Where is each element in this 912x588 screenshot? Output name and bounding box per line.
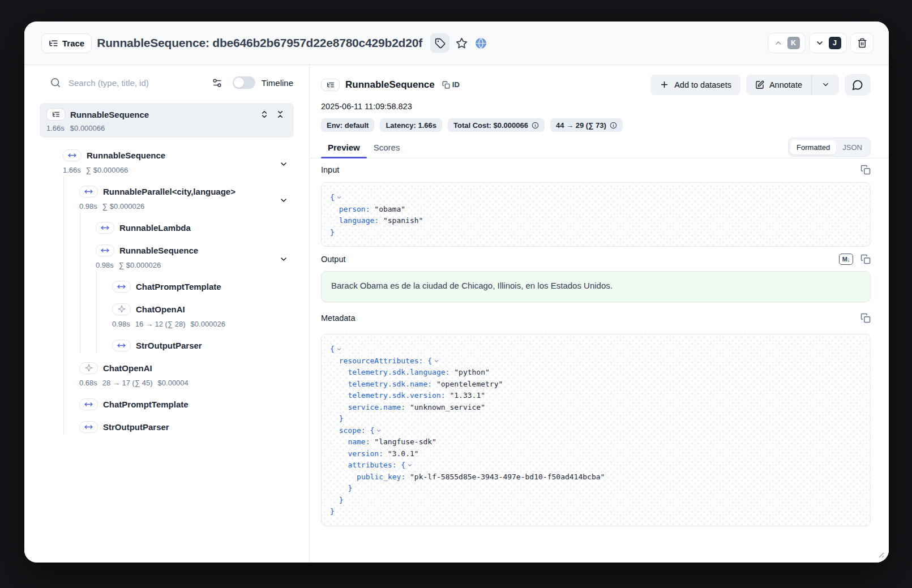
collapse-node-icon[interactable] bbox=[279, 196, 288, 205]
tree-item-runnablesequence[interactable]: RunnableSequence1.66s∑ $0.000066 bbox=[24, 140, 309, 177]
root-item-metrics: 1.66s$0.000066 bbox=[46, 124, 287, 132]
span-icon-badge bbox=[96, 244, 114, 256]
tag-button[interactable] bbox=[430, 33, 449, 53]
generation-icon-badge bbox=[112, 303, 131, 315]
span-icon-badge bbox=[79, 421, 98, 433]
tree-item-runnablelambda[interactable]: RunnableLambda bbox=[24, 213, 309, 235]
tree-item-label: StrOutputParser bbox=[103, 422, 169, 432]
output-section-header: Output M↓ bbox=[321, 254, 871, 265]
span-icon-badge bbox=[79, 186, 98, 198]
toggle-knob bbox=[234, 78, 244, 88]
tree-item-metrics: 0.68s28 → 17 (∑ 45)$0.00004 bbox=[79, 376, 309, 389]
tree-root-item[interactable]: RunnableSequence 1.66s$0.000066 bbox=[40, 103, 294, 138]
add-to-datasets-button[interactable]: Add to datasets bbox=[650, 75, 740, 95]
format-toggle: FormattedJSON bbox=[788, 138, 871, 157]
badges-row: Env: defaultLatency: 1.66sTotal Cost: $0… bbox=[321, 118, 871, 132]
timeline-toggle[interactable] bbox=[233, 76, 255, 89]
id-label: ID bbox=[452, 80, 460, 89]
tabbar: PreviewScores FormattedJSON bbox=[310, 135, 889, 158]
json-line: } bbox=[330, 483, 862, 495]
tree-item-chatprompttemplate[interactable]: ChatPromptTemplate bbox=[24, 272, 309, 294]
detail-panel: RunnableSequence ID Add to datasets Anno… bbox=[310, 65, 889, 563]
trash-icon bbox=[857, 38, 867, 48]
tree-item-metrics: 1.66s∑ $0.000066 bbox=[63, 163, 309, 177]
tab-preview[interactable]: Preview bbox=[321, 135, 367, 158]
collapse-node-icon[interactable] bbox=[279, 255, 288, 264]
tree-item-chatprompttemplate[interactable]: ChatPromptTemplate bbox=[24, 389, 309, 412]
next-trace-button[interactable]: J bbox=[809, 33, 847, 53]
output-content: Barack Obama es de la ciudad de Chicago,… bbox=[321, 271, 871, 302]
collapse-all-icon[interactable] bbox=[276, 110, 285, 119]
timeline-label: Timeline bbox=[262, 78, 293, 88]
json-line: name: "langfuse-sdk" bbox=[330, 436, 862, 448]
tag-icon bbox=[435, 38, 446, 49]
input-section-header: Input bbox=[321, 164, 871, 175]
detail-title: RunnableSequence bbox=[345, 79, 435, 91]
prev-trace-button[interactable]: K bbox=[768, 33, 806, 53]
span-icon-badge bbox=[79, 398, 98, 410]
markdown-toggle-button[interactable]: M↓ bbox=[839, 254, 853, 265]
span-icon-badge bbox=[96, 222, 114, 234]
format-option-json[interactable]: JSON bbox=[836, 140, 868, 154]
copy-output-button[interactable] bbox=[860, 254, 871, 264]
chevron-up-icon bbox=[774, 38, 783, 48]
info-icon[interactable] bbox=[532, 122, 539, 129]
tree-indent-guide bbox=[80, 331, 80, 353]
resize-handle[interactable] bbox=[879, 552, 884, 558]
shortcut-key-k: K bbox=[787, 37, 800, 49]
collapse-node-icon[interactable] bbox=[279, 160, 288, 169]
tree-item-runnablesequence[interactable]: RunnableSequence0.98s∑ $0.000026 bbox=[24, 235, 309, 272]
tree-indent-guide bbox=[80, 294, 80, 331]
collapse-json-icon[interactable] bbox=[336, 195, 342, 200]
annotate-button-group: Annotate bbox=[746, 75, 839, 95]
search-input[interactable] bbox=[68, 78, 176, 88]
json-line: version: "3.0.1" bbox=[330, 448, 862, 460]
collapse-json-icon[interactable] bbox=[407, 462, 413, 468]
format-option-formatted[interactable]: Formatted bbox=[790, 140, 836, 154]
tab-scores[interactable]: Scores bbox=[367, 135, 407, 158]
tree-item-chatopenai[interactable]: ChatOpenAI0.98s16 → 12 (∑ 28)$0.000026 bbox=[24, 294, 309, 331]
tree-item-runnableparallelcitylanguage[interactable]: RunnableParallel<city,language>0.98s∑ $0… bbox=[24, 177, 309, 213]
copy-input-button[interactable] bbox=[860, 165, 871, 175]
comments-button[interactable] bbox=[845, 74, 871, 96]
filter-settings-icon[interactable] bbox=[212, 78, 222, 88]
comment-icon bbox=[852, 79, 863, 91]
json-line: resourceAttributes: { bbox=[330, 355, 862, 367]
span-icon-badge bbox=[112, 340, 131, 351]
copy-metadata-button[interactable] bbox=[860, 313, 871, 323]
input-label: Input bbox=[321, 165, 339, 174]
tree-indent-guide bbox=[80, 235, 80, 272]
app-window: Trace RunnableSequence: dbe646b2b67957d2… bbox=[24, 22, 889, 563]
tree-indent-guide bbox=[63, 235, 64, 272]
tree-item-stroutputparser[interactable]: StrOutputParser bbox=[24, 412, 309, 435]
annotate-button[interactable]: Annotate bbox=[746, 80, 811, 89]
tree-item-stroutputparser[interactable]: StrOutputParser bbox=[24, 331, 309, 353]
json-line: } bbox=[330, 227, 862, 239]
json-line: telemetry.sdk.name: "opentelemetry" bbox=[330, 379, 862, 390]
observation-type-icon bbox=[321, 79, 340, 91]
tree-indent-guide bbox=[63, 294, 64, 331]
json-line: telemetry.sdk.language: "python" bbox=[330, 367, 862, 379]
list-tree-icon bbox=[49, 38, 58, 48]
tree-indent-guide bbox=[96, 294, 97, 331]
collapse-json-icon[interactable] bbox=[376, 428, 382, 434]
tree-indent-guide bbox=[63, 353, 64, 389]
copy-id-button[interactable]: ID bbox=[442, 80, 460, 89]
info-icon[interactable] bbox=[610, 122, 617, 129]
collapse-json-icon[interactable] bbox=[434, 358, 439, 364]
span-icon-badge bbox=[112, 281, 131, 293]
globe-icon bbox=[475, 37, 487, 49]
annotate-dropdown-button[interactable] bbox=[812, 80, 839, 89]
metric-badge: Latency: 1.66s bbox=[380, 118, 442, 132]
root-item-label: RunnableSequence bbox=[70, 110, 149, 119]
json-line: language: "spanish" bbox=[330, 215, 862, 227]
star-button[interactable] bbox=[454, 36, 469, 50]
public-globe-button[interactable] bbox=[473, 36, 488, 50]
expand-all-icon[interactable] bbox=[260, 110, 269, 119]
collapse-json-icon[interactable] bbox=[336, 346, 342, 352]
trace-icon-badge bbox=[46, 108, 65, 121]
delete-trace-button[interactable] bbox=[850, 33, 874, 53]
tree-item-label: StrOutputParser bbox=[136, 341, 202, 350]
root-metric: $0.000066 bbox=[70, 124, 105, 132]
tree-item-chatopenai[interactable]: ChatOpenAI0.68s28 → 17 (∑ 45)$0.00004 bbox=[24, 353, 309, 389]
